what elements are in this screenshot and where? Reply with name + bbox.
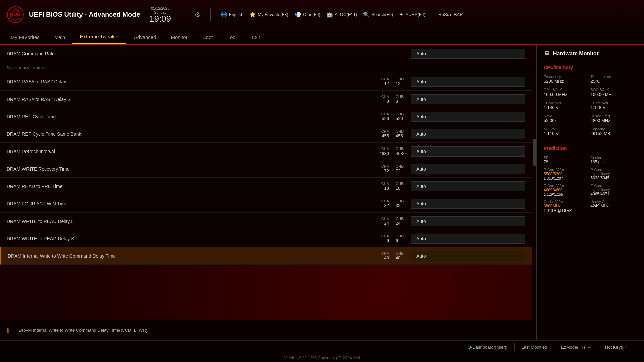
scrollbar-thumb[interactable] xyxy=(533,139,536,166)
setting-value[interactable]: Auto xyxy=(411,146,525,157)
dram-freq-value: 4800 MHz xyxy=(591,118,638,123)
setting-name: DRAM Internal Write to Write Command Del… xyxy=(8,253,379,259)
setting-value[interactable]: Auto xyxy=(411,129,525,139)
tool-my-favorite[interactable]: ⭐ My Favorite(F3) xyxy=(249,11,288,18)
setting-value[interactable]: Auto xyxy=(411,94,525,104)
setting-row[interactable]: DRAM REF Cycle Time CHA CHB 526 526 Auto xyxy=(0,108,532,125)
ez-mode-button[interactable]: EzMode(F7) ↔ xyxy=(554,343,598,351)
dram-command-rate-row[interactable]: DRAM Command Rate Auto xyxy=(0,45,532,62)
prediction-title: Prediction xyxy=(537,144,644,154)
nav-advanced[interactable]: Advanced xyxy=(126,29,164,44)
svg-text:ROG: ROG xyxy=(10,12,21,17)
setting-row[interactable]: DRAM RAS# to RAS# Delay L CHA CHB 12 12 … xyxy=(0,73,532,90)
channel-values: CHA CHB 32 32 xyxy=(379,199,406,208)
setting-name: DRAM FOUR ACT WIN Time xyxy=(7,201,379,206)
secondary-timings-header: Secondary Timings xyxy=(0,62,532,73)
setting-value[interactable]: Auto xyxy=(411,234,525,244)
setting-name: DRAM WRITE Recovery Time xyxy=(7,166,379,172)
setting-row[interactable]: DRAM READ to PRE Time CHA CHB 18 18 Auto xyxy=(0,178,532,195)
cha-value: 18 xyxy=(384,186,389,191)
chb-value: 8 xyxy=(396,99,398,104)
setting-row[interactable]: DRAM Refresh Interval CHA CHB 4680 4680 … xyxy=(0,143,532,160)
temperature-label: Temperature xyxy=(591,75,638,79)
channel-values: CHA CHB 48 48 xyxy=(379,251,406,260)
vertical-scrollbar[interactable] xyxy=(532,45,536,320)
q-dashboard-button[interactable]: Q-Dashboard(Insert) xyxy=(461,343,515,351)
setting-row[interactable]: DRAM Internal Write to Write Command Del… xyxy=(0,247,532,265)
channel-labels: CHA CHB xyxy=(381,112,404,116)
setting-row[interactable]: DRAM FOUR ACT WIN Time CHA CHB 32 32 Aut… xyxy=(0,195,532,213)
chb-label: CHB xyxy=(396,182,404,186)
settings-gear-icon[interactable]: ⚙ xyxy=(194,11,200,19)
mc-volt-label: MC Volt. xyxy=(544,127,591,131)
dram-command-rate-value[interactable]: Auto xyxy=(411,49,525,59)
cache-v-for-item: Cache V for 3800MHz 1.010 V @ DLVR xyxy=(544,198,591,214)
tool-ai-oc[interactable]: 🤖 AI OC(F11) xyxy=(326,11,357,18)
channel-nums: 8 8 xyxy=(387,99,398,104)
setting-value[interactable]: Auto xyxy=(411,216,525,226)
heavy-cache-label: Heavy Cache xyxy=(591,200,638,204)
channel-labels: CHA CHB xyxy=(381,164,404,168)
header-divider xyxy=(184,8,184,21)
setting-row[interactable]: DRAM WRITE Recovery Time CHA CHB 72 72 A… xyxy=(0,160,532,178)
cha-label: CHA xyxy=(381,147,389,151)
cha-label: CHA xyxy=(381,182,389,186)
setting-value[interactable]: Auto xyxy=(411,112,525,122)
last-modified-button[interactable]: Last Modified xyxy=(515,343,554,351)
tool-qfan[interactable]: 💨 Qfan(F6) xyxy=(294,11,320,18)
nav-bar: My Favorites Main Extreme Tweaker Advanc… xyxy=(0,29,644,45)
version-text: Version 2.22.1295 Copyright (C) 2024 AMI xyxy=(282,354,361,362)
cha-value: 526 xyxy=(382,116,389,121)
frequency-item: Frequency 5200 MHz xyxy=(544,73,591,86)
nav-tool[interactable]: Tool xyxy=(220,29,244,44)
setting-row[interactable]: DRAM RAS# to RAS# Delay S CHA CHB 8 8 Au… xyxy=(0,90,532,108)
cache-v-for-sub: 1.010 V @ DLVR xyxy=(544,208,591,213)
nav-main[interactable]: Main xyxy=(47,29,73,44)
channel-labels: CHA CHB xyxy=(381,147,404,151)
tool-aura[interactable]: ✦ AURA(F4) xyxy=(399,11,425,18)
channel-labels: CHA CHB xyxy=(381,199,404,203)
date-display: 01/12/2025 xyxy=(151,6,169,10)
setting-row[interactable]: DRAM REF Cycle Time Same Bank CHA CHB 45… xyxy=(0,125,532,143)
hw-monitor-title: Hardware Monitor xyxy=(553,51,599,57)
aura-icon: ✦ xyxy=(399,11,404,18)
channel-nums: 48 48 xyxy=(384,255,401,260)
pcore-volt-value: 1.146 V xyxy=(544,105,591,110)
setting-value[interactable]: Auto xyxy=(411,181,525,191)
chb-label: CHB xyxy=(396,95,404,99)
pcore-v-for-value: 5500/5200 xyxy=(544,172,591,176)
setting-row[interactable]: DRAM WRITE to READ Delay L CHA CHB 24 24… xyxy=(0,213,532,230)
setting-name: DRAM REF Cycle Time Same Bank xyxy=(7,131,379,137)
footer: Q-Dashboard(Insert) Last Modified EzMode… xyxy=(0,340,644,362)
info-bar: ℹ DRAM Internal Write to Write Command D… xyxy=(0,320,536,340)
cha-label: CHA xyxy=(381,77,389,81)
settings-panel: DRAM Command Rate Auto Secondary Timings… xyxy=(0,45,537,340)
monitor-icon: 🖥 xyxy=(544,50,550,57)
tool-search[interactable]: 🔍 Search(F9) xyxy=(363,11,393,18)
hw-divider xyxy=(544,141,637,141)
nav-boot[interactable]: Boot xyxy=(195,29,220,44)
logo-area: ROG UEFI BIOS Utility - Advanced Mode xyxy=(7,6,140,23)
cha-value: 4680 xyxy=(379,151,389,156)
capacity-label: Capacity xyxy=(591,127,638,131)
nav-my-favorites[interactable]: My Favorites xyxy=(3,29,47,44)
nav-exit[interactable]: Exit xyxy=(244,29,267,44)
chb-label: CHB xyxy=(396,164,404,168)
cpu-bclk-item: CPU BCLK 100.00 MHz xyxy=(544,86,591,99)
chb-label: CHB xyxy=(396,199,404,203)
nav-monitor[interactable]: Monitor xyxy=(164,29,195,44)
setting-value[interactable]: Auto xyxy=(411,251,525,261)
setting-value[interactable]: Auto xyxy=(411,77,525,87)
setting-row[interactable]: DRAM WRITE to READ Delay S CHA CHB 6 6 A… xyxy=(0,230,532,247)
tool-resize-bar[interactable]: ↔ ReSize BAR xyxy=(431,12,463,18)
pcore-volt-label: PCore Volt. xyxy=(544,101,591,105)
setting-value[interactable]: Auto xyxy=(411,199,525,209)
channel-nums: 72 72 xyxy=(384,168,401,173)
ai-icon: 🤖 xyxy=(326,11,333,18)
globe-icon: 🌐 xyxy=(221,11,227,18)
tool-english[interactable]: 🌐 English xyxy=(221,11,244,18)
hot-keys-button[interactable]: Hot Keys ? xyxy=(598,343,634,351)
chb-value: 48 xyxy=(396,255,400,260)
setting-value[interactable]: Auto xyxy=(411,164,525,174)
nav-extreme-tweaker[interactable]: Extreme Tweaker xyxy=(72,29,126,44)
